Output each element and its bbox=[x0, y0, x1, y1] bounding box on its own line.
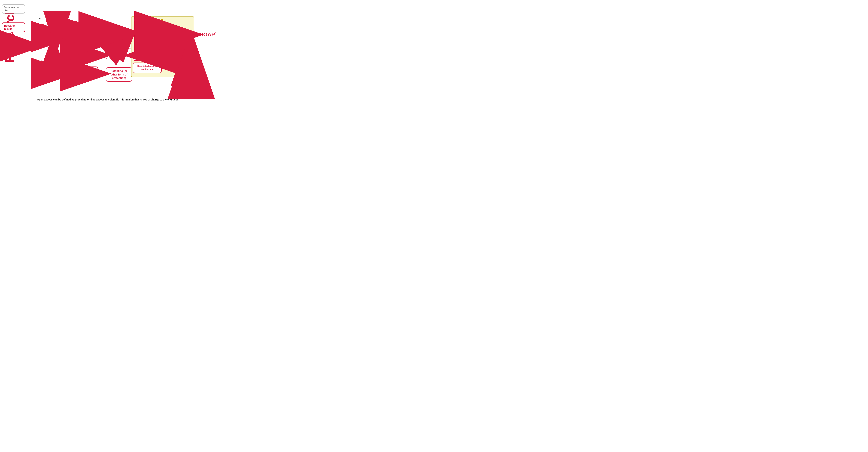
patenting-box: Patenting (or other form of protection) bbox=[106, 67, 132, 82]
caption: Open access can be defined as providing … bbox=[0, 98, 216, 101]
research-results-box: Research results bbox=[2, 23, 25, 32]
decision-exploit-box: Decision to exploit/ protect bbox=[72, 66, 98, 77]
scoap-label: SCOAP3 bbox=[196, 31, 216, 37]
dissemination-box: Dissemination plan bbox=[2, 4, 25, 13]
data-management-box: Data management plan bbox=[2, 43, 25, 52]
depositing-box: Depositing research data bbox=[106, 49, 132, 59]
restricted-access-box: Restricted access and/ or use bbox=[133, 63, 162, 73]
left-group-box bbox=[39, 18, 66, 77]
diagram-container: Research Dissemination plan Research res… bbox=[0, 0, 216, 104]
gold-oa-box: Gold OA bbox=[135, 28, 156, 36]
access-free-box: Access and use free of charge bbox=[133, 50, 162, 61]
and-or-text: And/ or bbox=[113, 44, 121, 47]
decision-disseminate-box: Decision to disseminate/ share bbox=[72, 28, 98, 42]
research-label: Research bbox=[3, 7, 16, 63]
publications-box: Publications bbox=[106, 28, 132, 35]
green-oa-box: Green OA bbox=[135, 38, 156, 46]
oa-title: Open Access bbox=[134, 17, 163, 23]
